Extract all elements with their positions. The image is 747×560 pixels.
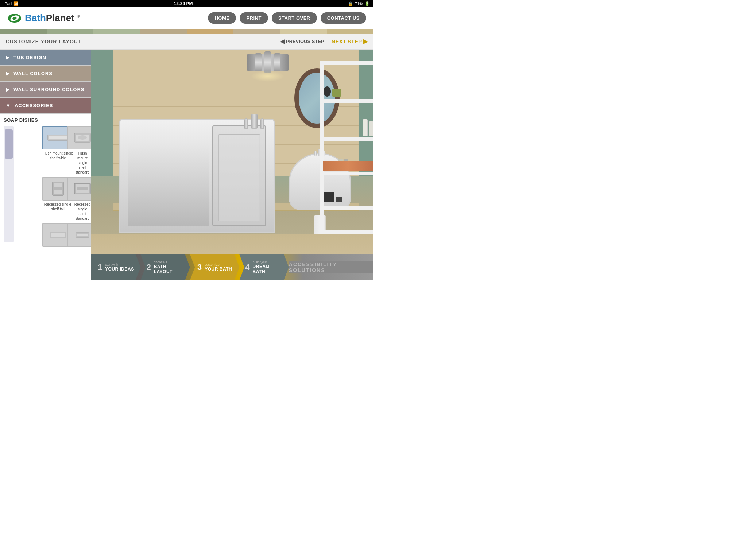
sidebar-item-wall-surround-colors[interactable]: ▶ WALL SURROUND COLORS bbox=[0, 82, 91, 98]
sidebar-item-wall-colors[interactable]: ▶ WALL COLORS bbox=[0, 66, 91, 82]
scrollbar-track[interactable] bbox=[4, 126, 14, 242]
recessed-tall-label: Recessed single shelf tall bbox=[40, 202, 75, 211]
step-4-sub: build your bbox=[253, 260, 283, 264]
soap-grid: Flush mount single shelf wide Flush moun… bbox=[4, 126, 88, 250]
svg-rect-15 bbox=[51, 233, 65, 237]
item6-icon bbox=[71, 227, 91, 243]
next-arrow-icon: ▶ bbox=[363, 38, 368, 45]
lock-icon: 🔒 bbox=[348, 1, 353, 6]
soap-dish-flush-standard[interactable]: Flush mount single shelf standard bbox=[77, 126, 88, 175]
stripe-6 bbox=[233, 29, 280, 34]
flush-wide-icon bbox=[47, 129, 69, 146]
hairdryer bbox=[324, 192, 334, 202]
accessories-content: SOAP DISHES Flush mount single shelf wid… bbox=[0, 114, 91, 254]
step-3-sub: customize bbox=[205, 263, 232, 267]
wall-colors-label: WALL COLORS bbox=[13, 71, 53, 76]
item6-thumb[interactable] bbox=[67, 223, 92, 247]
bulb-2 bbox=[264, 51, 271, 73]
box-green bbox=[332, 89, 341, 97]
progress-step-2[interactable]: 2 choose a BATH LAYOUT bbox=[140, 254, 190, 280]
progress-step-3[interactable]: 3 customize YOUR BATH bbox=[190, 254, 239, 280]
svg-rect-17 bbox=[77, 234, 88, 236]
soap-dish-item6[interactable] bbox=[77, 223, 88, 248]
step-2-text: choose a BATH LAYOUT bbox=[154, 260, 184, 274]
sidebar: ▶ TUB DESIGN ▶ WALL COLORS ▶ WALL SURROU… bbox=[0, 50, 91, 280]
battery-percent: 71% bbox=[355, 1, 363, 6]
shelf-4-items bbox=[324, 192, 342, 202]
sink-handle-1 bbox=[314, 151, 317, 156]
step-2-num: 2 bbox=[146, 262, 151, 272]
color-stripe bbox=[0, 29, 374, 34]
recessed-standard-icon bbox=[71, 180, 91, 197]
hairdryer-handle bbox=[336, 197, 342, 202]
step-2-sub: choose a bbox=[154, 260, 184, 264]
logo-text: BathPlanet ® bbox=[25, 12, 80, 24]
faucet-spout bbox=[251, 114, 258, 129]
bathtub-container bbox=[119, 119, 275, 246]
progress-step-4[interactable]: 4 build your DREAM BATH bbox=[239, 254, 289, 280]
stripe-7 bbox=[280, 29, 327, 34]
previous-step-button[interactable]: ◀ PREVIOUS STEP bbox=[280, 38, 324, 45]
main-content: ▶ TUB DESIGN ▶ WALL COLORS ▶ WALL SURROU… bbox=[0, 50, 374, 280]
stripe-3 bbox=[93, 29, 140, 34]
accessibility-solutions-label[interactable]: ACCESSIBILITY SOLUTIONS bbox=[289, 261, 374, 273]
shelf-4 bbox=[322, 206, 374, 210]
scrollbar-thumb[interactable] bbox=[5, 129, 13, 159]
bottle-1 bbox=[363, 119, 368, 136]
bulb-1 bbox=[255, 53, 262, 71]
soap-dish-recessed-standard[interactable]: Recessed single shelf standard bbox=[77, 177, 88, 221]
step-nav: ◀ PREVIOUS STEP NEXT STEP ▶ bbox=[280, 38, 368, 45]
flush-wide-label: Flush mount single shelf wide bbox=[40, 151, 75, 160]
sidebar-item-accessories[interactable]: ▼ ACCESSORIES bbox=[0, 98, 91, 114]
device-label: iPad bbox=[4, 1, 12, 6]
flush-standard-thumb[interactable] bbox=[67, 126, 92, 149]
bulb-3 bbox=[274, 53, 280, 71]
ceiling-light-area bbox=[247, 54, 289, 82]
logo: BathPlanet ® bbox=[7, 11, 80, 26]
stripe-1 bbox=[0, 29, 47, 34]
progress-step-1[interactable]: 1 start with YOUR IDEAS bbox=[91, 254, 140, 280]
towels-orange bbox=[323, 161, 374, 171]
canister bbox=[324, 86, 331, 97]
next-step-button[interactable]: NEXT STEP ▶ bbox=[332, 38, 368, 45]
next-step-label: NEXT STEP bbox=[332, 38, 362, 44]
stripe-4 bbox=[140, 29, 187, 34]
tub-design-arrow: ▶ bbox=[6, 55, 10, 60]
wall-surround-arrow: ▶ bbox=[6, 87, 10, 92]
sidebar-item-tub-design[interactable]: ▶ TUB DESIGN bbox=[0, 50, 91, 66]
light-glow bbox=[251, 71, 285, 82]
print-button[interactable]: PRINT bbox=[240, 12, 268, 24]
step-2-main: BATH LAYOUT bbox=[154, 264, 184, 274]
stripe-5 bbox=[187, 29, 233, 34]
shelf-1 bbox=[322, 99, 374, 103]
step-1-num: 1 bbox=[98, 262, 102, 272]
faucet-area bbox=[244, 114, 264, 129]
wall-surround-label: WALL SURROUND COLORS bbox=[13, 87, 85, 92]
step-4-text: build your DREAM BATH bbox=[253, 260, 283, 274]
status-right: 🔒 71% 🔋 bbox=[348, 1, 370, 6]
step-3-text: customize YOUR BATH bbox=[205, 263, 232, 272]
step-4-main: DREAM BATH bbox=[253, 264, 283, 274]
home-button[interactable]: HOME bbox=[208, 12, 236, 24]
stripe-2 bbox=[47, 29, 93, 34]
stripe-8 bbox=[327, 29, 374, 34]
recessed-standard-thumb[interactable] bbox=[67, 177, 92, 201]
header: BathPlanet ® HOME PRINT START OVER CONTA… bbox=[0, 7, 374, 29]
main-viewer: 1 start with YOUR IDEAS 2 choose a BATH … bbox=[91, 50, 374, 280]
shelf-2 bbox=[322, 137, 374, 141]
accessories-label: ACCESSORIES bbox=[15, 103, 53, 108]
progress-bar: 1 start with YOUR IDEAS 2 choose a BATH … bbox=[91, 254, 374, 280]
progress-steps: 1 start with YOUR IDEAS 2 choose a BATH … bbox=[91, 254, 289, 280]
wall-color-left bbox=[91, 50, 113, 176]
step-4-num: 4 bbox=[245, 262, 249, 272]
faucet-handle-2 bbox=[260, 118, 264, 129]
step-1-sub: start with bbox=[105, 263, 134, 267]
start-over-button[interactable]: START OVER bbox=[272, 12, 317, 24]
step-3-main: YOUR BATH bbox=[205, 267, 232, 272]
shelving-unit bbox=[320, 61, 374, 234]
bathtub bbox=[119, 119, 275, 233]
prev-step-label: PREVIOUS STEP bbox=[286, 39, 324, 44]
contact-us-button[interactable]: CONTACT US bbox=[321, 12, 366, 24]
soap-dishes-title: SOAP DISHES bbox=[4, 117, 88, 123]
step-1-text: start with YOUR IDEAS bbox=[105, 263, 134, 272]
